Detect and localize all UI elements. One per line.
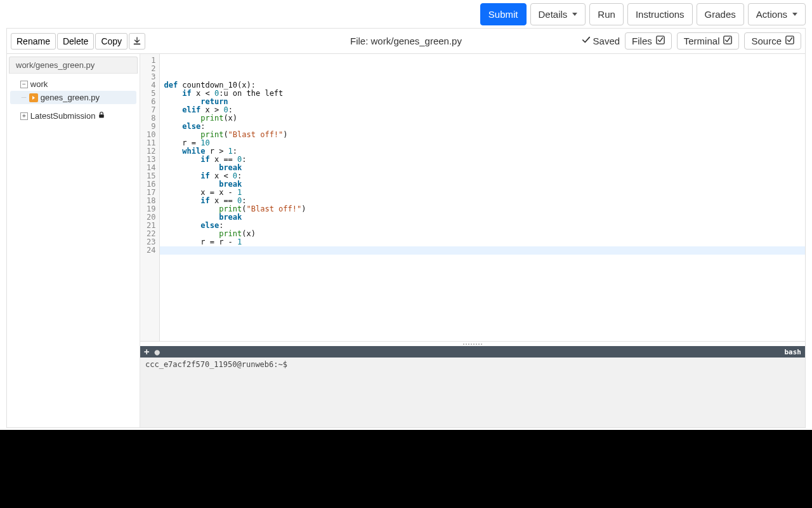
file-tab[interactable]: work/genes_green.py bbox=[9, 57, 138, 74]
rename-button[interactable]: Rename bbox=[11, 33, 56, 50]
terminal-tabs: + ● bash bbox=[140, 346, 805, 358]
svg-rect-0 bbox=[134, 43, 141, 44]
expand-icon[interactable]: + bbox=[20, 112, 28, 120]
collapse-icon[interactable]: − bbox=[20, 81, 28, 88]
instructions-button[interactable]: Instructions bbox=[627, 3, 693, 25]
code-editor[interactable]: 123456789101112131415161718192021222324 … bbox=[140, 54, 805, 341]
shell-label: bash bbox=[785, 348, 802, 356]
terminal-toggle[interactable]: Terminal bbox=[677, 32, 740, 50]
lock-icon bbox=[98, 111, 105, 121]
svg-rect-4 bbox=[100, 114, 105, 117]
svg-rect-2 bbox=[724, 36, 731, 44]
submit-button[interactable]: Submit bbox=[480, 3, 527, 25]
checkbox-checked-icon bbox=[785, 36, 794, 46]
run-button[interactable]: Run bbox=[589, 3, 624, 25]
black-bar bbox=[0, 430, 812, 508]
files-toggle[interactable]: Files bbox=[625, 32, 672, 50]
tree-file-genes-green[interactable]: ┈ genes_green.py bbox=[10, 91, 136, 104]
file-toolbar: Rename Delete Copy File: work/genes_gree… bbox=[7, 29, 805, 54]
saved-status: Saved bbox=[582, 36, 620, 46]
grades-button[interactable]: Grades bbox=[697, 3, 744, 25]
details-dropdown[interactable]: Details bbox=[530, 3, 586, 25]
python-file-icon bbox=[29, 93, 38, 102]
top-toolbar: Submit Details Run Instructions Grades A… bbox=[0, 0, 812, 28]
tree-folder-latest-submission[interactable]: + LatestSubmission bbox=[10, 109, 136, 123]
pane-splitter[interactable] bbox=[140, 341, 805, 346]
terminal-prompt: ccc_e7acf2f570_11950@runweb6:~$ bbox=[145, 360, 287, 369]
tree-folder-work[interactable]: − work bbox=[10, 77, 136, 91]
terminal-tab-indicator[interactable]: ● bbox=[154, 347, 159, 356]
checkbox-checked-icon bbox=[723, 36, 732, 46]
caret-down-icon bbox=[572, 13, 577, 16]
terminal[interactable]: ccc_e7acf2f570_11950@runweb6:~$ bbox=[140, 358, 805, 427]
caret-down-icon bbox=[792, 13, 797, 16]
gutter: 123456789101112131415161718192021222324 bbox=[140, 54, 160, 341]
file-tree-sidebar: work/genes_green.py − work ┈ genes_green… bbox=[7, 54, 140, 427]
actions-dropdown[interactable]: Actions bbox=[748, 3, 806, 25]
svg-rect-3 bbox=[786, 36, 794, 44]
workspace: Rename Delete Copy File: work/genes_gree… bbox=[6, 28, 806, 428]
svg-rect-1 bbox=[657, 36, 664, 44]
new-terminal-button[interactable]: + bbox=[144, 347, 149, 356]
file-title: File: work/genes_green.py bbox=[350, 36, 462, 46]
download-icon[interactable] bbox=[129, 33, 145, 50]
delete-button[interactable]: Delete bbox=[57, 33, 94, 50]
editor-terminal-pane: 123456789101112131415161718192021222324 … bbox=[140, 54, 805, 427]
source-toggle[interactable]: Source bbox=[744, 32, 801, 50]
code-area[interactable]: def countdown_10(x): if x < 0:u on the l… bbox=[160, 54, 805, 341]
copy-button[interactable]: Copy bbox=[95, 33, 128, 50]
checkbox-checked-icon bbox=[656, 36, 665, 46]
check-icon bbox=[582, 36, 591, 46]
